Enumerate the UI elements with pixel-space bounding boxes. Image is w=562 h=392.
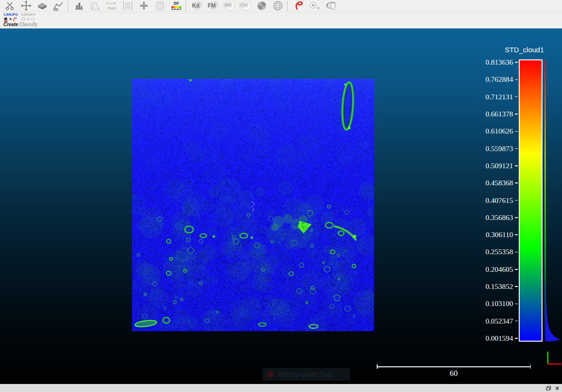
- scissors-button[interactable]: [2, 0, 18, 11]
- histogram-button[interactable]: [71, 0, 87, 11]
- ramp-label: 0.255358: [486, 248, 513, 256]
- ramp-label-row: 0.559873: [456, 144, 518, 153]
- ramp-label: 0.153852: [486, 282, 513, 291]
- scale-bar-right-tick: [530, 364, 531, 369]
- ramp-label: 0.052347: [486, 317, 513, 325]
- ramp-label-row: 0.610626: [456, 127, 518, 135]
- point-cloud-render[interactable]: [132, 79, 374, 331]
- sf-arithmetic-button[interactable]: [152, 0, 168, 11]
- ramp-tick: [515, 131, 518, 132]
- ramp-tick: [515, 321, 518, 322]
- ramp-label: 0.661378: [486, 110, 513, 118]
- segment-scissors-icon: [53, 0, 64, 11]
- ramp-label: 0.204605: [486, 265, 513, 274]
- color-ramp-icon: [171, 6, 181, 10]
- scissors-icon: [5, 0, 15, 11]
- fm-button[interactable]: FM: [205, 0, 221, 11]
- segment-button[interactable]: [50, 0, 67, 11]
- curvature-button[interactable]: [291, 0, 307, 11]
- toolbar-separator: [67, 1, 70, 11]
- ramp-label-row: 0.712131: [456, 93, 518, 101]
- ramp-label: 0.103100: [486, 299, 513, 308]
- ramp-label-row: 0.509121: [456, 162, 518, 170]
- ramp-label-row: 0.103100: [456, 299, 518, 308]
- roll-arrow-icon: [325, 0, 337, 11]
- gaussian-filter-button[interactable]: [87, 0, 104, 11]
- toolbar-group-scalar-fields: max: [71, 0, 184, 11]
- ramp-label: 0.001594: [486, 334, 513, 343]
- ramp-tick: [515, 217, 518, 218]
- csv-export-button[interactable]: CSV: [238, 0, 254, 11]
- ramp-tick: [515, 234, 518, 235]
- canupo-toolbar: CANUPO Create CANUPO Classify: [0, 12, 562, 29]
- close-panel-icon[interactable]: ×: [555, 385, 559, 392]
- main-toolbar: max: [0, 0, 562, 12]
- globe-button[interactable]: [270, 0, 286, 11]
- ramp-tick: [515, 165, 518, 166]
- ramp-tick: [515, 338, 518, 339]
- ramp-tick: [515, 148, 518, 149]
- ramp-label: 0.458368: [486, 179, 513, 187]
- cross-section-box-icon: [37, 0, 48, 11]
- snip-label: Rectangular Snip: [278, 370, 333, 378]
- ramp-label-row: 0.255358: [456, 248, 518, 256]
- shp-export-button[interactable]: SHP: [221, 0, 238, 11]
- cross-section-button[interactable]: [34, 0, 50, 11]
- calculator-icon: [155, 0, 165, 11]
- sf-max-button[interactable]: max: [104, 0, 120, 11]
- ramp-tick: [515, 200, 518, 201]
- canupo-create-button[interactable]: CANUPO Create: [2, 12, 19, 28]
- shp-label: SHP: [223, 3, 232, 7]
- ramp-label-row: 0.661378: [456, 110, 518, 118]
- ramp-label: 0.610626: [486, 127, 513, 135]
- ramp-tick: [515, 252, 518, 253]
- gaussian-curve-icon: [90, 0, 101, 11]
- canupo-classify-button[interactable]: CANUPO Classify: [19, 12, 37, 28]
- interactive-transform-button[interactable]: [18, 0, 34, 11]
- float-panel-icon[interactable]: [546, 386, 551, 391]
- sf-color-scale-button[interactable]: SF: [168, 0, 184, 11]
- ramp-label-row: 0.407615: [456, 196, 518, 205]
- roughness-button[interactable]: [323, 0, 339, 11]
- ramp-label: 0.712131: [486, 93, 513, 101]
- sf-add-button[interactable]: [136, 0, 152, 11]
- sf-histogram-strip: [543, 59, 562, 342]
- fm-label: FM: [208, 2, 216, 9]
- arrow-right-icon: [106, 1, 117, 6]
- ramp-label: 0.509121: [486, 162, 513, 170]
- toolbar-group-structures: Kd FM SHP CSV: [189, 0, 286, 11]
- sf-label: SF: [173, 1, 179, 6]
- red-arc-icon: [294, 0, 304, 11]
- rectangular-snip-overlay: Rectangular Snip: [263, 368, 350, 381]
- density-dots-icon: [309, 0, 321, 11]
- ramp-label-row: 0.458368: [456, 179, 518, 187]
- ramp-tick: [515, 114, 518, 115]
- 3d-viewport[interactable]: STD_cloud1 0.8136360.7628840.7121310.661…: [0, 29, 562, 384]
- ramp-label-row: 0.001594: [456, 334, 518, 343]
- sf-filter-button[interactable]: [120, 0, 136, 11]
- ramp-tick: [515, 79, 518, 80]
- histogram-icon: [74, 0, 85, 11]
- ramp-tick: [515, 269, 518, 270]
- sphere-button[interactable]: [254, 0, 270, 11]
- ramp-label: 0.356863: [486, 213, 513, 222]
- canupo-brand: CANUPO: [21, 13, 35, 16]
- filter-grid-icon: [122, 0, 133, 11]
- ramp-tick: [515, 62, 518, 63]
- orientation-axes: [544, 350, 562, 368]
- toolbar-separator: [287, 1, 290, 11]
- scale-bar: 60: [376, 363, 531, 380]
- ramp-label-row: 0.813636: [456, 58, 518, 67]
- ramp-tick: [515, 304, 518, 305]
- ramp-label-row: 0.052347: [456, 317, 518, 325]
- snip-record-icon: [267, 371, 273, 377]
- ramp-label-row: 0.204605: [456, 265, 518, 274]
- ramp-label-row: 0.762884: [456, 75, 518, 84]
- ramp-label: 0.559873: [486, 144, 513, 153]
- ramp-tick: [515, 96, 518, 97]
- density-button[interactable]: [307, 0, 323, 11]
- kd-tree-button[interactable]: Kd: [189, 0, 205, 11]
- ramp-label-row: 0.153852: [456, 282, 518, 291]
- ramp-label: 0.407615: [486, 196, 513, 205]
- ramp-label: 0.306110: [486, 230, 513, 239]
